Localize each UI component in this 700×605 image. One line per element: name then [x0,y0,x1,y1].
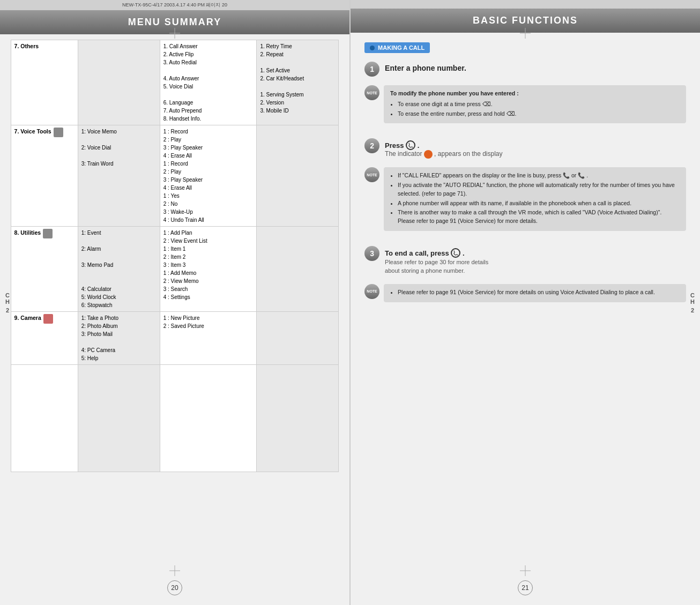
crosshair-top-right [520,28,531,40]
page-number-left: 20 [167,580,182,595]
table-row: 7. Others 1. Call Answer2. Active Flip3.… [11,40,339,125]
ch-label-right: C H 2 [690,292,695,313]
note-3-content: Please refer to page 91 (Voice Service) … [384,284,686,302]
step-3-text: To end a call, press . Please refer to p… [385,246,488,275]
step-3-subtext: Please refer to page 30 for more details… [385,258,488,275]
items-camera: 1 : New Picture2 : Saved Picture [160,312,257,365]
sub-utilities: 1: Event 2: Alarm 3: Memo Pad 4: Calcula… [78,227,160,312]
left-header: MENU SUMMARY [128,17,221,27]
step-2: 2 Press . The indicator , appears on the… [364,138,686,159]
sub2-camera [257,312,339,365]
category-voice-tools: 7. Voice Tools [11,125,78,227]
voice-tools-icon [54,128,63,137]
left-panel: NEW-TX-95C-4/17 2003.4.17 4:40 PM 페이지 20… [0,0,349,605]
crosshair-bottom-right [520,565,531,577]
note-3: NOTE Please refer to page 91 (Voice Serv… [364,284,686,310]
crosshair-bottom [169,565,180,577]
making-a-call-label: MAKING A CALL [378,44,425,51]
note-1: NOTE To modify the phone number you have… [364,85,686,131]
note-1-content: To modify the phone number you have ente… [384,85,686,123]
sub2-others: 1. Retry Time2. Repeat 1. Set Active2. C… [257,40,339,125]
step-1-num: 1 [364,62,379,77]
note-icon-1: NOTE [364,85,379,100]
end-call-icon [451,248,460,258]
note-icon-2: NOTE [364,167,379,182]
utilities-icon [43,229,53,238]
category-camera: 9. Camera [11,312,78,365]
table-row: 9. Camera 1: Take a Photo2: Photo Album3… [11,312,339,365]
sub2-voice-tools [257,125,339,227]
table-row: 7. Voice Tools 1: Voice Memo 2: Voice Di… [11,125,339,227]
items-others: 1. Call Answer2. Active Flip3. Auto Redi… [160,40,257,125]
sub-others [78,40,160,125]
page-number-right: 21 [518,580,533,595]
note-2-content: If "CALL FAILED" appears on the display … [384,167,686,231]
table-row-empty [11,365,339,472]
note-2: NOTE If "CALL FAILED" appears on the dis… [364,167,686,238]
table-row: 8. Utilities 1: Event 2: Alarm 3: Memo P… [11,227,339,312]
top-bar: NEW-TX-95C-4/17 2003.4.17 4:40 PM 페이지 20 [0,0,349,10]
step-2-num: 2 [364,138,379,153]
step-1: 1 Enter a phone number. [364,62,686,77]
menu-table-wrapper: 7. Others 1. Call Answer2. Active Flip3.… [11,40,339,605]
note-icon-3: NOTE [364,284,379,299]
step-1-text: Enter a phone number. [385,62,466,72]
top-bar-right [351,0,700,9]
badge-dot [370,46,375,50]
step-2-subtext: The indicator , appears on the display [385,150,502,159]
sub-voice-tools: 1: Voice Memo 2: Voice Dial 3: Train Wor… [78,125,160,227]
menu-table: 7. Others 1. Call Answer2. Active Flip3.… [11,40,339,472]
phone-button-icon [406,140,415,150]
crosshair-top [169,28,180,40]
step-2-text: Press . The indicator , appears on the d… [385,138,502,159]
category-others: 7. Others [11,40,78,125]
items-voice-tools: 1 : Record2 : Play3 : Play Speaker4 : Er… [160,125,257,227]
sub2-utilities [257,227,339,312]
camera-icon [43,314,53,324]
right-content: MAKING A CALL 1 Enter a phone number. NO… [364,42,686,605]
right-header: BASIC FUNCTIONS [473,15,578,26]
step-3-num: 3 [364,246,379,261]
sub-camera: 1: Take a Photo2: Photo Album3: Photo Ma… [78,312,160,365]
items-utilities: 1 : Add Plan2 : View Event List1 : Item … [160,227,257,312]
step-3: 3 To end a call, press . Please refer to… [364,246,686,275]
making-a-call-section: MAKING A CALL [364,42,686,53]
making-a-call-badge: MAKING A CALL [364,42,430,53]
right-panel: BASIC FUNCTIONS MAKING A CALL 1 Enter a … [351,0,700,605]
ch-label-left: C H 2 [5,292,10,313]
indicator-icon [424,150,433,159]
category-utilities: 8. Utilities [11,227,78,312]
